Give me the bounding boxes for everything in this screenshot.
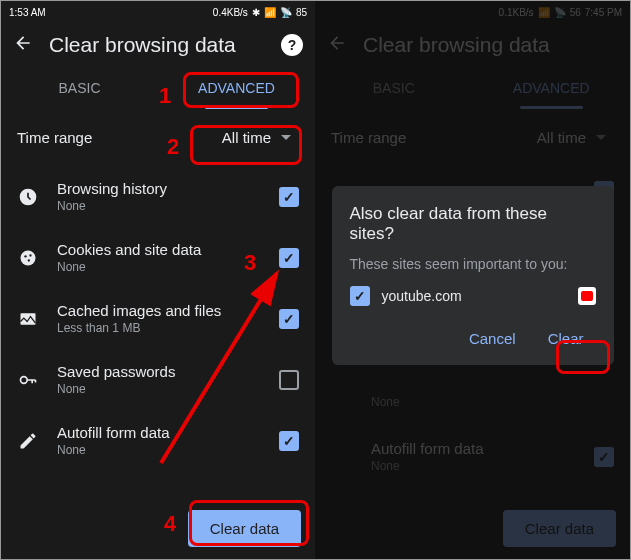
dialog-site-row[interactable]: youtube.com — [350, 286, 596, 306]
option-title: Cookies and site data — [57, 241, 261, 258]
tabs: BASIC ADVANCED — [1, 67, 315, 109]
wifi-icon: 📡 — [280, 7, 292, 18]
time-range-value: All time — [222, 129, 271, 146]
youtube-icon — [578, 287, 596, 305]
checkbox-history[interactable] — [279, 187, 299, 207]
option-sub: None — [57, 199, 261, 213]
option-sub: Less than 1 MB — [57, 321, 261, 335]
help-icon[interactable]: ? — [281, 34, 303, 56]
confirm-dialog: Also clear data from these sites? These … — [332, 186, 614, 365]
key-icon — [17, 369, 39, 391]
checkbox-autofill[interactable] — [279, 431, 299, 451]
site-name: youtube.com — [382, 288, 566, 304]
pencil-icon — [17, 430, 39, 452]
tab-basic-label: BASIC — [58, 80, 100, 96]
option-title: Saved passwords — [57, 363, 261, 380]
back-arrow-icon[interactable] — [13, 33, 33, 57]
battery-icon: 85 — [296, 7, 307, 18]
status-speed: 0.4KB/s — [213, 7, 248, 18]
time-range-label: Time range — [17, 129, 92, 146]
images-icon — [17, 308, 39, 330]
option-title: Autofill form data — [57, 424, 261, 441]
tab-advanced[interactable]: ADVANCED — [158, 67, 315, 109]
time-range-row: Time range All time — [1, 109, 315, 166]
status-time: 1:53 AM — [9, 7, 46, 18]
tab-basic[interactable]: BASIC — [1, 67, 158, 109]
footer: Clear data — [188, 510, 301, 547]
checkbox-cookies[interactable] — [279, 248, 299, 268]
status-bar: 1:53 AM 0.4KB/s ✱ 📶 📡 85 — [1, 1, 315, 23]
svg-point-1 — [21, 250, 36, 265]
header: Clear browsing data ? — [1, 23, 315, 67]
option-title: Browsing history — [57, 180, 261, 197]
svg-point-4 — [28, 259, 30, 261]
cancel-button[interactable]: Cancel — [457, 322, 528, 355]
annotation-number-4: 4 — [164, 511, 176, 537]
option-sub: None — [57, 382, 261, 396]
dialog-overlay: Also clear data from these sites? These … — [315, 1, 630, 559]
bluetooth-icon: ✱ — [252, 7, 260, 18]
svg-point-2 — [24, 255, 26, 257]
page-title: Clear browsing data — [49, 33, 265, 57]
dialog-title: Also clear data from these sites? — [350, 204, 596, 244]
checkbox-site[interactable] — [350, 286, 370, 306]
clock-icon — [17, 186, 39, 208]
screen-left: 1:53 AM 0.4KB/s ✱ 📶 📡 85 Clear browsing … — [1, 1, 315, 559]
tab-advanced-label: ADVANCED — [198, 80, 275, 96]
svg-point-6 — [21, 376, 28, 383]
checkbox-cached[interactable] — [279, 309, 299, 329]
clear-data-button[interactable]: Clear data — [188, 510, 301, 547]
option-passwords[interactable]: Saved passwords None — [1, 349, 315, 410]
option-cookies[interactable]: Cookies and site data None — [1, 227, 315, 288]
signal-icon: 📶 — [264, 7, 276, 18]
option-sub: None — [57, 443, 261, 457]
cookie-icon — [17, 247, 39, 269]
chevron-down-icon — [281, 135, 291, 140]
option-title: Cached images and files — [57, 302, 261, 319]
option-cached[interactable]: Cached images and files Less than 1 MB — [1, 288, 315, 349]
option-browsing-history[interactable]: Browsing history None — [1, 166, 315, 227]
svg-point-3 — [29, 254, 31, 256]
dialog-subtitle: These sites seem important to you: — [350, 256, 596, 272]
checkbox-passwords[interactable] — [279, 370, 299, 390]
option-sub: None — [57, 260, 261, 274]
clear-button[interactable]: Clear — [536, 322, 596, 355]
time-range-select[interactable]: All time — [214, 123, 299, 152]
option-autofill[interactable]: Autofill form data None — [1, 410, 315, 471]
screen-right: 0.1KB/s 📶 📡 56 7:45 PM Clear browsing da… — [315, 1, 630, 559]
dialog-actions: Cancel Clear — [350, 322, 596, 355]
